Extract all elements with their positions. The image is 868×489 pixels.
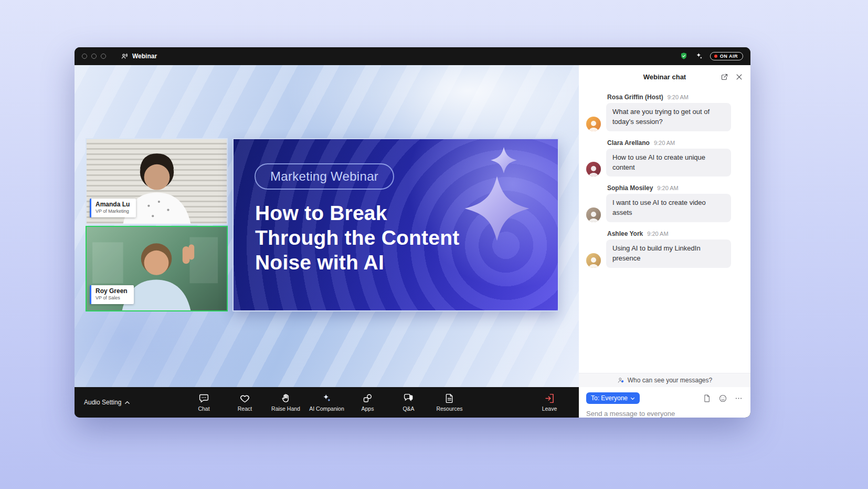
raise-hand-button[interactable]: Raise Hand (268, 393, 304, 412)
leave-icon (544, 393, 555, 404)
window-minimize-button[interactable] (91, 54, 97, 59)
message-sender: Sophia Mosiley (607, 184, 653, 192)
window-controls (82, 54, 106, 59)
message-bubble: How to use AI to create unique content (606, 149, 731, 177)
webinar-chat-panel: Webinar chat (579, 65, 750, 418)
chat-message-list[interactable]: Rosa Griffin (Host) 9:20 AM What are you… (579, 88, 750, 373)
resources-icon (444, 393, 455, 404)
chat-message: Clara Arellano 9:20 AM How to use AI to … (586, 139, 742, 177)
nametag-amanda: Amanda Lu VP of Marketing (90, 199, 136, 217)
webinar-window: Webinar ON AIR (75, 47, 750, 418)
apps-button[interactable]: Apps (350, 393, 386, 412)
avatar-sophia (586, 207, 601, 222)
chat-icon (198, 393, 209, 404)
avatar-clara (586, 162, 601, 176)
message-sender: Ashlee York (607, 230, 643, 237)
emoji-icon[interactable] (718, 394, 727, 403)
message-time: 9:20 AM (654, 140, 675, 146)
chevron-up-icon (124, 400, 130, 405)
chat-header: Webinar chat (579, 65, 750, 88)
slide-badge: Marketing Webinar (255, 163, 394, 190)
message-time: 9:20 AM (657, 185, 678, 191)
chat-message: Ashlee York 9:20 AM Using AI to build my… (586, 230, 742, 268)
video-tile-amanda[interactable]: Amanda Lu VP of Marketing (86, 138, 228, 225)
participant-name: Roy Green (96, 287, 128, 295)
chat-button[interactable]: Chat (186, 393, 222, 412)
video-tile-roy[interactable]: Roy Green VP of Sales (86, 226, 228, 311)
raise-hand-icon (280, 393, 291, 404)
on-air-badge: ON AIR (710, 52, 743, 60)
person-silhouette-icon (586, 209, 601, 222)
window-zoom-button[interactable] (101, 54, 106, 59)
nametag-roy: Roy Green VP of Sales (90, 285, 134, 304)
chat-title: Webinar chat (643, 73, 686, 81)
ai-companion-button[interactable]: AI Companion (309, 393, 345, 412)
chat-message: Rosa Griffin (Host) 9:20 AM What are you… (586, 93, 742, 131)
attach-file-icon[interactable] (703, 394, 712, 403)
chat-message-input[interactable] (586, 410, 743, 418)
qa-icon (403, 393, 414, 404)
recipient-selector[interactable]: To: Everyone (586, 392, 640, 404)
title-bar: Webinar ON AIR (75, 47, 750, 65)
chat-message: Sophia Mosiley 9:20 AM I want to use AI … (586, 184, 742, 222)
qa-button[interactable]: Q&A (391, 393, 427, 412)
security-shield-icon[interactable] (680, 52, 688, 60)
window-title: Webinar (132, 53, 157, 60)
more-options-icon[interactable] (734, 394, 743, 403)
meeting-toolbar: Audio Setting Chat (75, 387, 579, 418)
heart-icon (239, 393, 250, 404)
message-visibility-note[interactable]: Who can see your messages? (579, 373, 750, 387)
compose-row: To: Everyone (579, 387, 750, 404)
participant-name: Amanda Lu (96, 201, 130, 209)
message-time: 9:20 AM (647, 231, 668, 237)
message-bubble: Using AI to build my LinkedIn presence (606, 240, 731, 268)
ai-sparkle-icon[interactable] (695, 52, 703, 60)
participant-role: VP of Sales (96, 295, 128, 301)
webinar-icon (121, 53, 129, 60)
video-stage: Amanda Lu VP of Marketing (75, 65, 579, 387)
person-silhouette-icon (586, 118, 601, 131)
close-icon[interactable] (735, 73, 743, 81)
apps-icon (362, 393, 373, 404)
participant-role: VP of Marketing (96, 209, 130, 215)
message-time: 9:20 AM (668, 94, 689, 100)
person-silhouette-icon (586, 254, 601, 268)
message-sender: Rosa Griffin (Host) (607, 93, 663, 101)
app-title: Webinar (121, 53, 157, 60)
resources-button[interactable]: Resources (432, 393, 468, 412)
message-sender: Clara Arellano (607, 139, 650, 147)
avatar-ashlee (586, 253, 601, 268)
ai-companion-icon (321, 393, 332, 404)
audience-icon (617, 377, 624, 384)
message-bubble: What are you trying to get out of today'… (606, 103, 731, 131)
chat-footer: Who can see your messages? To: Everyone (579, 373, 750, 418)
slide-sparkle-large (463, 175, 531, 242)
avatar-rosa (586, 117, 601, 131)
slide-sparkle-small (490, 147, 517, 174)
audio-setting-button[interactable]: Audio Setting (84, 399, 130, 406)
chevron-down-icon (630, 396, 635, 401)
on-air-dot (714, 55, 717, 58)
person-silhouette-icon (586, 163, 601, 176)
slide-title: How to Break Through the Content Noise w… (255, 201, 459, 275)
leave-button[interactable]: Leave (532, 393, 567, 412)
message-bubble: I want to use AI to create video assets (606, 194, 731, 222)
window-close-button[interactable] (82, 54, 87, 59)
react-button[interactable]: React (227, 393, 263, 412)
presentation-slide: Marketing Webinar How to Break Through t… (232, 138, 559, 311)
popout-icon[interactable] (721, 73, 728, 81)
